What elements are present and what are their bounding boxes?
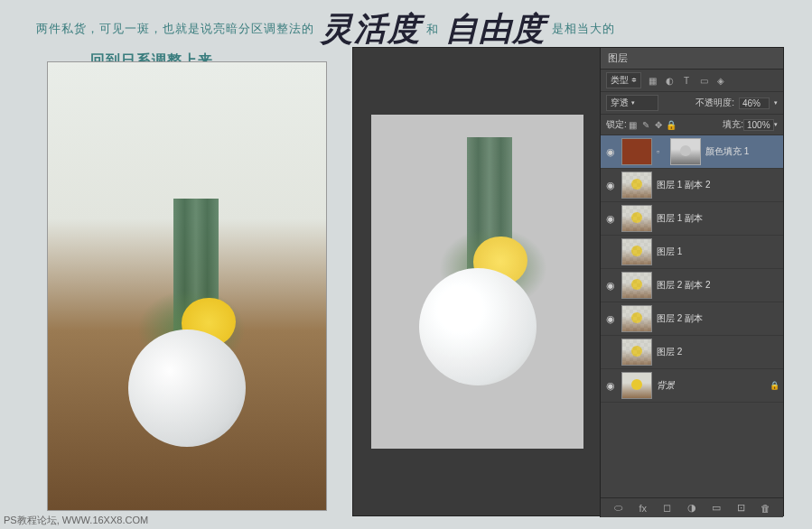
visibility-eye-icon[interactable]: ◉ [604, 313, 617, 324]
layer-name[interactable]: 图层 1 副本 [657, 212, 703, 225]
link-layers-icon[interactable]: ⬭ [611, 501, 626, 515]
header-text-a: 两件私货，可见一斑，也就是说亮暗分区调整法的 [36, 22, 314, 35]
fill-input[interactable]: 100% [743, 119, 774, 131]
lock-icon: 🔒 [770, 381, 779, 390]
header-big-2: 自由度 [445, 7, 546, 51]
lock-position-icon[interactable]: ✥ [652, 118, 665, 131]
lock-label: 锁定: [606, 118, 627, 131]
layer-mask-thumbnail[interactable] [670, 138, 701, 165]
footer-watermark: PS教程论坛, WWW.16XX8.COM [4, 514, 148, 527]
layer-thumbnail[interactable] [621, 305, 652, 332]
visibility-eye-icon[interactable] [604, 246, 617, 257]
mask-icon[interactable]: ◻ [660, 501, 675, 515]
layer-row[interactable]: ◉ 图层 2 副本 [601, 302, 783, 336]
layer-thumbnail[interactable] [621, 138, 652, 165]
reference-photo [47, 61, 327, 511]
opacity-label: 不透明度: [695, 97, 734, 109]
layer-thumbnail[interactable] [621, 272, 652, 299]
visibility-eye-icon[interactable]: ◉ [604, 146, 617, 157]
visibility-eye-icon[interactable]: ◉ [604, 180, 617, 190]
layer-thumbnail[interactable] [621, 372, 652, 399]
layer-name[interactable]: 图层 2 [657, 346, 682, 358]
layer-name[interactable]: 图层 1 副本 2 [657, 179, 710, 191]
layer-thumbnail[interactable] [621, 339, 652, 366]
layer-row[interactable]: 图层 1 [601, 236, 783, 269]
layer-row[interactable]: ◉ 图层 1 副本 [601, 202, 783, 236]
visibility-eye-icon[interactable] [604, 347, 617, 357]
link-icon: ▫ [657, 147, 666, 156]
layer-name[interactable]: 图层 2 副本 2 [657, 279, 710, 292]
header-text-b: 是相当大的 [552, 22, 615, 35]
blend-mode-dropdown[interactable]: 穿透▾ [606, 95, 658, 111]
canvas-area[interactable] [353, 48, 602, 515]
visibility-eye-icon[interactable]: ◉ [604, 280, 617, 291]
trash-icon[interactable]: 🗑 [758, 501, 772, 515]
header-big-1: 灵活度 [321, 7, 421, 51]
group-icon[interactable]: ▭ [709, 501, 723, 515]
new-layer-icon[interactable]: ⊡ [733, 501, 748, 515]
layer-name[interactable]: 图层 1 [657, 246, 682, 258]
layer-row[interactable]: ◉ 背景 🔒 [601, 369, 783, 403]
layer-thumbnail[interactable] [621, 172, 652, 199]
layer-name[interactable]: 颜色填充 1 [705, 145, 749, 158]
layer-row[interactable]: 图层 2 [601, 336, 783, 369]
layers-tab[interactable]: 图层 [601, 48, 783, 70]
lock-all-icon[interactable]: 🔒 [665, 118, 677, 131]
filter-shape-icon[interactable]: ▭ [697, 74, 710, 87]
filter-kind-dropdown[interactable]: 类型≑ [606, 72, 641, 88]
filter-pixel-icon[interactable]: ▦ [646, 74, 658, 87]
opacity-chevron-icon[interactable]: ▾ [774, 99, 778, 107]
fx-icon[interactable]: fx [636, 501, 650, 515]
header-connector: 和 [426, 23, 439, 36]
visibility-eye-icon[interactable]: ◉ [604, 213, 617, 224]
layer-thumbnail[interactable] [621, 205, 652, 232]
adjustment-icon[interactable]: ◑ [685, 501, 699, 515]
visibility-eye-icon[interactable]: ◉ [604, 380, 617, 391]
layer-row[interactable]: ◉ ▫ 颜色填充 1 [601, 135, 783, 169]
fill-label: 填充: [723, 118, 743, 131]
layers-panel: 图层 类型≑ ▦ ◐ T ▭ ◈ 穿透▾ 不透明度: 46% ▾ 锁定: ▦ ✎… [600, 48, 783, 517]
lock-pixels-icon[interactable]: ✎ [639, 118, 652, 131]
layer-name[interactable]: 图层 2 副本 [657, 312, 703, 325]
layer-row[interactable]: ◉ 图层 1 副本 2 [601, 169, 783, 202]
filter-adjust-icon[interactable]: ◐ [663, 74, 676, 87]
panel-bottom-toolbar: ⬭ fx ◻ ◑ ▭ ⊡ 🗑 [601, 497, 783, 517]
layers-list: ◉ ▫ 颜色填充 1 ◉ 图层 1 副本 2 ◉ 图层 1 副本 图层 1 [601, 135, 783, 524]
filter-text-icon[interactable]: T [680, 74, 693, 87]
canvas-image [371, 115, 583, 449]
fill-chevron-icon[interactable]: ▾ [774, 121, 778, 128]
layer-row[interactable]: ◉ 图层 2 副本 2 [601, 269, 783, 302]
filter-smart-icon[interactable]: ◈ [714, 74, 727, 87]
layer-thumbnail[interactable] [621, 238, 652, 265]
layer-name[interactable]: 背景 [657, 379, 675, 392]
photoshop-window: 图层 类型≑ ▦ ◐ T ▭ ◈ 穿透▾ 不透明度: 46% ▾ 锁定: ▦ ✎… [352, 47, 784, 516]
opacity-input[interactable]: 46% [739, 97, 770, 109]
lock-transparent-icon[interactable]: ▦ [627, 118, 639, 131]
